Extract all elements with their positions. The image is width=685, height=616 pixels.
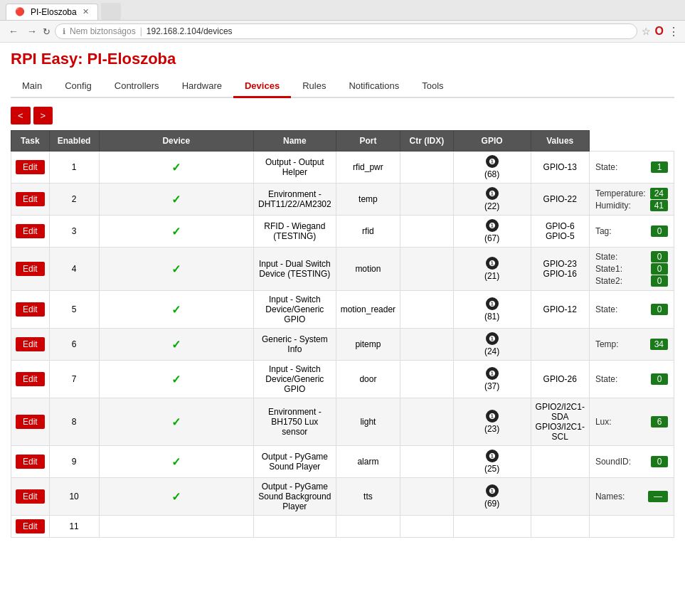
table-row: Edit2✓Environment - DHT11/22/AM2302temp❶… (11, 184, 674, 216)
device-type: Input - Switch Device/Generic GPIO (253, 291, 336, 329)
tab-controllers[interactable]: Controllers (103, 75, 171, 98)
ctr-badge: ❶ (486, 257, 499, 270)
page-content: RPI Easy: PI-Eloszoba Main Config Contro… (0, 43, 685, 545)
ctr-idx-cell: ❶(69) (453, 478, 531, 516)
favicon-icon: 🔴 (15, 7, 25, 16)
address-bar[interactable]: ℹ Nem biztonságos | 192.168.2.104/device… (55, 23, 637, 39)
gpio-cell: GPIO-6 GPIO-5 (531, 216, 589, 248)
ctr-idx-cell: ❶(23) (453, 398, 531, 446)
device-name: rfid (336, 216, 400, 248)
forward-button[interactable]: → (24, 24, 40, 38)
value-label: Humidity: (595, 201, 631, 211)
table-row: Edit5✓Input - Switch Device/Generic GPIO… (11, 291, 674, 329)
table-row: Edit6✓Generic - System Infopitemp❶(24)Te… (11, 329, 674, 361)
port-cell (400, 329, 453, 361)
value-label: State: (595, 304, 617, 314)
back-button[interactable]: ← (6, 24, 21, 38)
values-cell: SoundID:0 (589, 446, 674, 478)
values-cell (589, 516, 674, 538)
tab-hardware[interactable]: Hardware (171, 75, 233, 98)
device-name: rfid_pwr (336, 152, 400, 184)
col-port: Port (336, 131, 400, 152)
browser-toolbar: ← → ↻ ℹ Nem biztonságos | 192.168.2.104/… (0, 21, 685, 43)
values-cell: Temperature:24Humidity:41 (589, 184, 674, 216)
values-cell: Temp:34 (589, 329, 674, 361)
edit-button[interactable]: Edit (16, 372, 45, 386)
port-cell (400, 478, 453, 516)
task-number: 9 (49, 446, 99, 478)
edit-button[interactable]: Edit (16, 160, 45, 174)
next-page-button[interactable]: > (33, 107, 53, 124)
enabled-cell: ✓ (99, 446, 253, 478)
checkmark-icon: ✓ (171, 416, 181, 428)
edit-button[interactable]: Edit (16, 262, 45, 276)
edit-button[interactable]: Edit (16, 192, 45, 206)
edit-button[interactable]: Edit (16, 224, 45, 238)
ctr-badge: ❶ (486, 219, 499, 232)
edit-cell: Edit (11, 291, 50, 329)
values-cell: Lux:6 (589, 398, 674, 446)
tab-close-icon[interactable]: ✕ (83, 7, 89, 16)
edit-button[interactable]: Edit (16, 519, 45, 533)
ctr-badge: ❶ (486, 297, 499, 310)
value-badge: 0 (651, 225, 668, 237)
reload-button[interactable]: ↻ (43, 24, 51, 38)
value-label: State1: (595, 264, 622, 274)
ctr-idx-cell: ❶(21) (453, 248, 531, 291)
gpio-cell: GPIO-13 (531, 152, 589, 184)
table-row: Edit1✓Output - Output Helperrfid_pwr❶(68… (11, 152, 674, 184)
device-name: motion (336, 248, 400, 291)
tab-rules[interactable]: Rules (291, 75, 337, 98)
edit-button[interactable]: Edit (16, 302, 45, 317)
enabled-cell: ✓ (99, 152, 253, 184)
menu-icon[interactable]: ⋮ (668, 25, 679, 38)
col-enabled: Enabled (49, 131, 99, 152)
port-cell (400, 291, 453, 329)
value-row: Humidity:41 (595, 200, 668, 211)
checkmark-icon: ✓ (171, 456, 181, 468)
gpio-cell (531, 329, 589, 361)
device-name: tts (336, 478, 400, 516)
page-title: RPI Easy: PI-Eloszoba (11, 50, 674, 68)
prev-page-button[interactable]: < (11, 107, 31, 124)
table-row: Edit4✓Input - Dual Switch Device (TESTIN… (11, 248, 674, 291)
ctr-idx-cell (453, 516, 531, 538)
table-controls: < > (11, 107, 674, 124)
edit-button[interactable]: Edit (16, 337, 45, 351)
edit-cell: Edit (11, 329, 50, 361)
tab-main[interactable]: Main (11, 75, 53, 98)
gpio-cell (531, 516, 589, 538)
device-type: Input - Dual Switch Device (TESTING) (253, 248, 336, 291)
enabled-cell: ✓ (99, 478, 253, 516)
port-cell (400, 446, 453, 478)
edit-button[interactable]: Edit (16, 415, 45, 429)
table-row: Edit8✓Environment - BH1750 Lux sensorlig… (11, 398, 674, 446)
value-row: State1:0 (595, 263, 668, 275)
tab-notifications[interactable]: Notifications (337, 75, 410, 98)
port-cell (400, 516, 453, 538)
device-name: alarm (336, 446, 400, 478)
url-display: 192.168.2.104/devices (147, 26, 233, 36)
tab-tools[interactable]: Tools (410, 75, 455, 98)
new-tab-button[interactable] (101, 3, 121, 20)
value-row: State:0 (595, 373, 668, 385)
tab-devices[interactable]: Devices (233, 75, 291, 98)
ctr-idx-cell: ❶(81) (453, 291, 531, 329)
value-badge: 6 (651, 416, 668, 428)
bookmark-icon[interactable]: ☆ (642, 26, 651, 37)
edit-button[interactable]: Edit (16, 455, 45, 469)
value-row: Temp:34 (595, 339, 668, 350)
value-badge: 0 (651, 304, 668, 315)
browser-tab[interactable]: 🔴 PI-Eloszoba ✕ (6, 4, 98, 20)
tab-config[interactable]: Config (53, 75, 103, 98)
task-number: 4 (49, 248, 99, 291)
ctr-idx-cell: ❶(68) (453, 152, 531, 184)
value-badge: 34 (650, 339, 668, 350)
ctr-badge: ❶ (486, 367, 499, 380)
device-name (336, 516, 400, 538)
device-type (253, 516, 336, 538)
edit-button[interactable]: Edit (16, 489, 45, 504)
value-label: Temperature: (595, 188, 646, 198)
gpio-cell: GPIO-12 (531, 291, 589, 329)
enabled-cell: ✓ (99, 361, 253, 398)
